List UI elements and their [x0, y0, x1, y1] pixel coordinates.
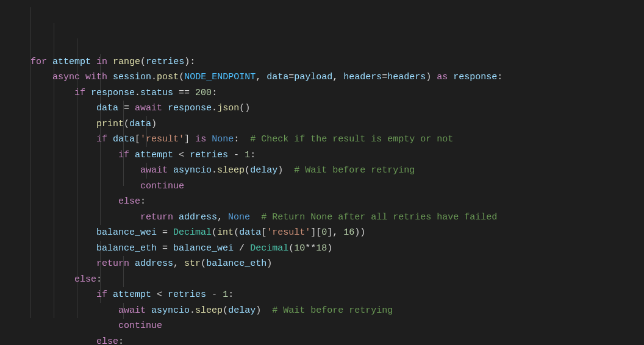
token-var: retries [146, 57, 184, 67]
token-var: address [135, 258, 173, 269]
code-line[interactable]: if response.status == 200: [0, 85, 644, 101]
token-op [448, 72, 453, 82]
token-kw: await [118, 305, 146, 316]
token-var: status [140, 88, 173, 98]
token-kw: if [118, 150, 129, 160]
token-var: address [179, 212, 217, 222]
token-op: : [228, 290, 234, 300]
code-line[interactable]: balance_wei = Decimal(int(data['result']… [0, 225, 644, 241]
token-op: ( [179, 72, 184, 82]
code-line[interactable]: continue [0, 318, 644, 334]
token-kw: async [52, 72, 80, 82]
token-op: . [212, 103, 217, 113]
token-kw: continue [140, 181, 184, 191]
token-kw: await [140, 165, 168, 176]
code-line[interactable]: for attempt in range(retries): [0, 54, 644, 70]
token-op: ( [124, 119, 129, 129]
token-op: / [234, 243, 250, 254]
code-line[interactable]: if attempt < retries - 1: [0, 148, 644, 163]
token-op [168, 165, 173, 176]
token-cls: Decimal [173, 227, 212, 238]
token-var: data [96, 103, 118, 113]
code-line[interactable]: continue [0, 179, 644, 194]
token-op: ( [234, 227, 239, 238]
token-op [162, 103, 168, 113]
token-var: delay [228, 305, 256, 316]
token-op [173, 212, 179, 222]
token-kw: in [96, 57, 107, 67]
code-line[interactable]: else: [0, 194, 644, 210]
token-op [129, 258, 135, 269]
token-op: , [332, 72, 343, 82]
token-var: data [239, 227, 261, 238]
token-op: . [135, 88, 140, 98]
token-op: ** [305, 243, 316, 254]
code-line[interactable]: async with session.post(NODE_ENDPOINT, d… [0, 69, 644, 85]
token-op [107, 290, 113, 300]
token-fn: sleep [217, 165, 245, 176]
token-var: attempt [135, 150, 173, 160]
token-kw: as [437, 72, 448, 82]
token-kw: continue [118, 321, 162, 331]
code-line[interactable]: balance_eth = balance_wei / Decimal(10**… [0, 241, 644, 257]
token-kw: else [96, 336, 118, 346]
code-editor[interactable]: for attempt in range(retries): async wit… [0, 0, 644, 345]
code-line[interactable]: if attempt < retries - 1: [0, 287, 644, 303]
token-op: - [228, 150, 245, 160]
code-line[interactable]: else: [0, 272, 644, 288]
token-op [91, 57, 96, 67]
code-line[interactable]: await asyncio.sleep(delay) # Wait before… [0, 163, 644, 179]
token-cmt: # Return None after all retries have fai… [261, 212, 497, 222]
token-builtin: None [228, 212, 250, 222]
token-var: payload [294, 72, 332, 82]
token-var: delay [250, 165, 277, 176]
token-var: response [453, 72, 497, 82]
token-op: : [118, 336, 124, 346]
token-op: = [157, 243, 173, 254]
code-line[interactable]: if data['result'] is None: # Check if th… [0, 132, 644, 148]
token-op: ) [327, 243, 332, 254]
token-op: ( [245, 165, 250, 176]
token-op: ( [288, 243, 294, 254]
code-line[interactable]: data = await response.json() [0, 101, 644, 116]
token-kw: await [135, 103, 162, 113]
token-op: : [497, 72, 503, 82]
code-line[interactable]: return address, None # Return None after… [0, 210, 644, 226]
token-op: ) [277, 165, 294, 176]
token-var: retries [190, 150, 228, 160]
token-op: ] [184, 134, 195, 144]
token-var: headers [343, 72, 382, 82]
token-num: 0 [321, 227, 327, 238]
token-kw: is [195, 134, 206, 144]
token-op: : [96, 274, 102, 285]
token-op [129, 150, 135, 160]
token-op: ): [184, 57, 195, 67]
token-op: < [173, 150, 190, 160]
token-fn: post [157, 72, 179, 82]
token-cmt: # Check if the result is empty or not [250, 134, 453, 144]
code-content[interactable]: for attempt in range(retries): async wit… [0, 54, 644, 346]
token-op: . [151, 72, 157, 82]
code-line[interactable]: print(data) [0, 116, 644, 132]
token-fn: str [184, 258, 201, 269]
token-op [107, 134, 113, 144]
token-fn: sleep [195, 305, 223, 316]
token-var: asyncio [151, 305, 190, 316]
token-op: < [151, 290, 168, 300]
token-op [107, 57, 113, 67]
token-cls: Decimal [250, 243, 288, 254]
token-var: balance_eth [206, 258, 267, 269]
token-op: ( [140, 57, 146, 67]
token-op: , [173, 258, 184, 269]
token-op: ( [223, 305, 228, 316]
token-op: == [173, 88, 195, 98]
token-var: attempt [52, 57, 91, 67]
code-line[interactable]: return address, str(balance_eth) [0, 256, 644, 272]
token-op: : [234, 134, 250, 144]
token-fn: int [217, 227, 234, 238]
token-op: [ [135, 134, 140, 144]
code-line[interactable]: await asyncio.sleep(delay) # Wait before… [0, 303, 644, 319]
token-num: 18 [316, 243, 327, 254]
code-line[interactable]: else: [0, 334, 644, 346]
token-num: 16 [343, 227, 354, 238]
